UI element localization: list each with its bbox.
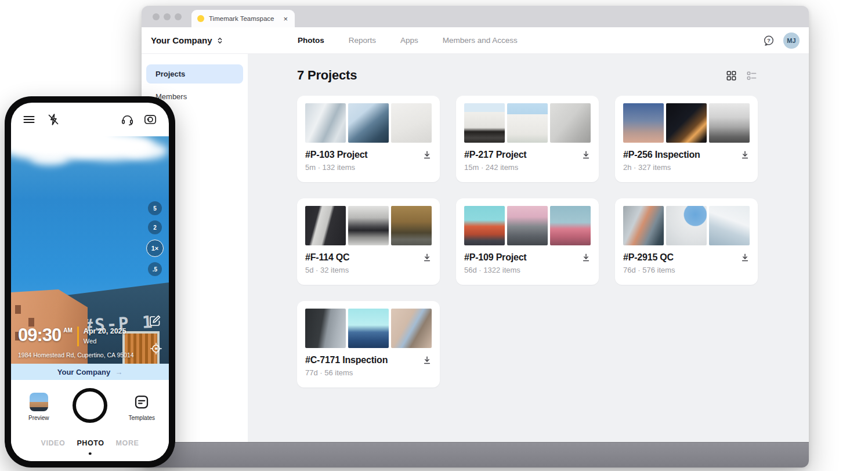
shutter-button[interactable] [73,388,107,423]
avatar[interactable]: MJ [783,32,800,49]
project-title: #P-217 Project [464,150,526,160]
zoom-level-controls: 5 2 1× .5 [146,201,164,276]
close-window-button[interactable] [153,13,160,20]
project-meta: 5d · 32 items [305,266,432,274]
project-thumbnail [709,206,750,245]
company-name: Your Company [151,35,212,45]
cloud [31,151,68,165]
project-title: #P-256 Inspection [623,150,700,160]
zoom-2x-button[interactable]: 2 [148,220,162,234]
company-selector[interactable]: Your Company [151,35,298,45]
project-thumbnail [348,206,389,245]
preview-button[interactable]: Preview [28,393,49,421]
project-meta: 76d · 576 items [623,266,750,274]
view-toggles [725,70,758,82]
download-icon[interactable] [740,253,750,262]
project-thumbnails [464,206,591,245]
project-title: #P-2915 QC [623,252,674,263]
app-header: Your Company Photos Reports Apps Members… [142,27,809,54]
mode-video-tab[interactable]: VIDEO [41,439,65,447]
project-thumbnail [623,103,664,143]
edit-stamp-icon[interactable] [148,314,162,328]
project-thumbnail [305,309,346,348]
flash-off-icon[interactable] [47,113,60,126]
mode-more-tab[interactable]: MORE [116,439,139,447]
download-icon[interactable] [422,150,432,160]
download-icon[interactable] [740,150,750,160]
timestamp-overlay: 09:30 AM Apr 20, 2025 Wed [18,326,126,346]
timestamp-weekday: Wed [84,338,126,345]
company-banner[interactable]: Your Company → [11,364,169,380]
grid-view-icon[interactable] [725,70,737,82]
project-thumbnail [348,309,389,348]
arrow-right-icon: → [115,368,122,376]
project-card[interactable]: #P-256 Inspection 2h · 327 items [615,96,758,182]
phone-screen: #S-P 1 5 2 1× .5 09:30 AM Apr 20, 2025 [11,103,169,461]
project-meta: 15m · 242 items [464,163,591,172]
timestamp-divider [77,327,79,346]
zoom-5x-button[interactable]: 5 [148,201,162,215]
sidebar-item-projects[interactable]: Projects [146,64,243,84]
page-title: 7 Projects [297,68,357,83]
main-content: 7 Projects [248,54,809,442]
project-meta: 5m · 132 items [305,163,432,172]
project-thumbnail [391,309,432,348]
projects-grid: #P-103 Project 5m · 132 items #P-217 Pro… [297,96,758,387]
locate-gps-icon[interactable] [149,342,163,356]
project-thumbnail [391,103,432,143]
camera-viewfinder: #S-P 1 5 2 1× .5 09:30 AM Apr 20, 2025 [11,136,169,364]
templates-label: Templates [128,415,155,421]
camera-flip-icon[interactable] [143,113,157,126]
project-thumbnails [623,206,750,245]
menu-icon[interactable] [23,113,35,126]
templates-button[interactable]: Templates [128,393,155,421]
project-thumbnail [550,206,591,245]
zoom-window-button[interactable] [175,13,182,20]
project-card[interactable]: #C-7171 Inspection 77d · 56 items [297,301,440,387]
project-thumbnail [666,206,707,245]
project-title: #C-7171 Inspection [305,355,388,365]
phone-mockup: #S-P 1 5 2 1× .5 09:30 AM Apr 20, 2025 [5,96,175,468]
timestamp-date: Apr 20, 2025 [84,327,126,335]
download-icon[interactable] [581,150,591,160]
browser-window: Timemark Teamspace × Your Company Photos… [142,6,809,468]
support-headset-icon[interactable] [121,113,134,126]
preview-label: Preview [28,415,49,421]
project-thumbnails [464,103,591,143]
tab-close-icon[interactable]: × [282,15,289,23]
nav-item-reports[interactable]: Reports [349,36,376,45]
templates-icon [132,393,151,411]
nav-item-apps[interactable]: Apps [400,36,418,45]
tab-title: Timemark Teamspace [209,15,277,22]
mode-photo-tab[interactable]: PHOTO [77,439,104,447]
download-icon[interactable] [422,356,432,365]
project-thumbnail [623,206,664,245]
window-footer-bar [142,442,809,468]
download-icon[interactable] [422,253,432,262]
zoom-1x-button[interactable]: 1× [146,240,164,257]
browser-tab[interactable]: Timemark Teamspace × [191,10,295,27]
project-card[interactable]: #P-109 Project 56d · 1322 items [456,198,599,285]
minimize-window-button[interactable] [164,13,171,20]
nav-item-photos[interactable]: Photos [298,36,324,45]
project-meta: 77d · 56 items [305,368,432,377]
cloud [125,142,168,160]
download-icon[interactable] [581,253,591,262]
project-thumbnail [507,103,548,143]
project-card[interactable]: #P-217 Project 15m · 242 items [456,96,599,182]
project-title: #P-109 Project [464,252,526,263]
project-thumbnail [464,103,505,143]
zoom-05x-button[interactable]: .5 [148,262,162,276]
timestamp-meridiem: AM [63,327,73,334]
project-card[interactable]: #P-2915 QC 76d · 576 items [615,198,758,285]
list-view-icon[interactable] [746,70,758,82]
help-icon[interactable]: ? [762,34,775,47]
project-card[interactable]: #F-114 QC 5d · 32 items [297,198,440,285]
camera-topbar [11,103,169,136]
project-thumbnail [305,103,346,143]
project-card[interactable]: #P-103 Project 5m · 132 items [297,96,440,182]
project-thumbnails [623,103,750,143]
sort-chevrons-icon [216,36,224,45]
nav-item-members-and-access[interactable]: Members and Access [443,36,518,45]
project-thumbnails [305,206,432,245]
